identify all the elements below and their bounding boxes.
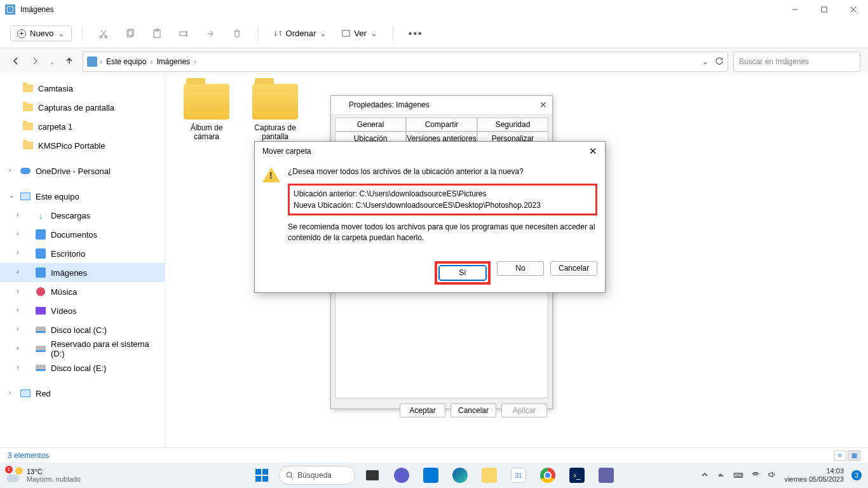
taskbar-app-calendar[interactable]: 31 xyxy=(506,465,531,485)
folder-item[interactable]: Álbum de cámara xyxy=(178,84,235,141)
expand-icon[interactable]: › xyxy=(17,363,18,370)
sidebar-item-disk-e[interactable]: Disco local (E:) xyxy=(0,358,165,377)
expand-icon[interactable]: › xyxy=(17,230,18,237)
ok-button[interactable]: Aceptar xyxy=(400,403,445,417)
breadcrumb-current[interactable]: Imágenes xyxy=(155,57,191,66)
forward-button[interactable] xyxy=(31,57,39,67)
taskbar-app[interactable] xyxy=(419,465,443,485)
taskbar: 1 13°C Mayorm. nublado Búsqueda 31 ›_ ⌨ … xyxy=(0,463,868,488)
expand-icon[interactable]: › xyxy=(17,287,18,294)
copy-icon[interactable] xyxy=(119,24,141,43)
wifi-icon[interactable] xyxy=(751,470,760,480)
no-button[interactable]: No xyxy=(497,261,544,276)
taskbar-app-edge[interactable] xyxy=(448,465,472,485)
date: viernes 05/05/2023 xyxy=(784,475,844,484)
sidebar-item-folder[interactable]: KMSPico Portable xyxy=(0,136,165,155)
sidebar-item-disk-d[interactable]: Reservado para el sistema (D:) xyxy=(0,339,165,358)
sidebar-label: Disco local (C:) xyxy=(51,325,107,335)
expand-icon[interactable]: › xyxy=(9,389,11,396)
new-button[interactable]: + Nuevo ⌄ xyxy=(10,25,72,41)
expand-icon[interactable]: › xyxy=(17,268,18,275)
taskbar-app-chrome[interactable] xyxy=(536,465,560,485)
previous-location: Ubicación anterior: C:\Users\downloadsou… xyxy=(294,188,592,200)
sidebar-label: Documentos xyxy=(51,230,97,240)
rename-icon[interactable] xyxy=(173,24,194,43)
maximize-button[interactable] xyxy=(810,0,839,19)
breadcrumb-root[interactable]: Este equipo xyxy=(105,57,147,66)
expand-icon[interactable]: › xyxy=(17,325,18,332)
onedrive-tray-icon[interactable] xyxy=(717,470,726,480)
search-input[interactable]: Buscar en Imágenes xyxy=(733,51,860,72)
folder-item[interactable]: Capturas de pantalla xyxy=(247,84,304,141)
expand-icon[interactable]: › xyxy=(9,166,11,173)
expand-icon[interactable]: › xyxy=(17,306,18,313)
sidebar-label: Capturas de pantalla xyxy=(38,103,114,112)
chevron-down-icon: ⌄ xyxy=(370,29,377,38)
tab-security[interactable]: Seguridad xyxy=(477,118,548,132)
sidebar-item-this-pc[interactable]: Este equipo xyxy=(0,187,165,206)
expand-icon[interactable]: › xyxy=(17,344,18,351)
address-bar[interactable]: › Este equipo › Imágenes › ⌄ xyxy=(83,51,728,72)
chevron-down-icon[interactable]: ⌄ xyxy=(50,58,55,65)
view-dropdown[interactable]: Ver ⌄ xyxy=(337,26,383,41)
chevron-down-icon[interactable]: ⌄ xyxy=(702,57,709,66)
sidebar-item-folder[interactable]: Capturas de pantalla xyxy=(0,98,165,117)
sidebar-item-videos[interactable]: Vídeos xyxy=(0,301,165,320)
notification-count[interactable]: 3 xyxy=(851,470,862,480)
taskbar-app[interactable] xyxy=(594,465,618,485)
delete-icon[interactable] xyxy=(226,24,248,43)
sidebar-item-onedrive[interactable]: OneDrive - Personal xyxy=(0,161,165,180)
sidebar-item-images[interactable]: Imágenes xyxy=(0,263,165,282)
tray-overflow-icon[interactable] xyxy=(700,470,709,480)
details-view-button[interactable]: ≡ xyxy=(834,451,846,461)
apply-button[interactable]: Aplicar xyxy=(501,403,547,417)
share-icon[interactable] xyxy=(200,24,221,43)
tab-share[interactable]: Compartir xyxy=(406,118,477,132)
close-icon[interactable]: ✕ xyxy=(589,146,597,157)
window-title: Imágenes xyxy=(20,5,54,14)
properties-title: Propiedades: Imágenes xyxy=(349,100,430,109)
svg-line-14 xyxy=(291,477,293,478)
sidebar-item-network[interactable]: Red xyxy=(0,384,165,403)
yes-button[interactable]: Sí xyxy=(439,266,486,280)
app-icon xyxy=(336,100,345,109)
sidebar-item-documents[interactable]: Documentos xyxy=(0,225,165,244)
volume-icon[interactable] xyxy=(768,470,776,480)
sidebar-item-folder[interactable]: carpeta 1 xyxy=(0,117,165,136)
sidebar-item-folder[interactable]: Camtasia xyxy=(0,79,165,98)
expand-icon[interactable]: › xyxy=(17,211,18,218)
sidebar-label: Reservado para el sistema (D:) xyxy=(51,339,165,358)
clock[interactable]: 14:03 viernes 05/05/2023 xyxy=(784,467,844,484)
taskbar-search[interactable]: Búsqueda xyxy=(279,466,355,485)
refresh-icon[interactable] xyxy=(715,57,724,67)
weather-widget[interactable]: 1 13°C Mayorm. nublado xyxy=(6,467,81,484)
taskbar-app-explorer[interactable] xyxy=(477,465,501,485)
close-button[interactable] xyxy=(839,0,868,19)
start-button[interactable] xyxy=(250,465,274,485)
language-icon[interactable]: ⌨ xyxy=(733,471,743,480)
close-icon[interactable]: ✕ xyxy=(539,100,547,110)
tab-general[interactable]: General xyxy=(335,118,406,132)
cancel-button[interactable]: Cancelar xyxy=(550,261,597,276)
move-recommendation: Se recomienda mover todos los archivos p… xyxy=(288,222,597,243)
back-button[interactable] xyxy=(11,57,20,67)
taskbar-app[interactable] xyxy=(390,465,414,485)
sidebar-item-downloads[interactable]: ↓Descargas xyxy=(0,206,165,225)
expand-icon[interactable]: › xyxy=(17,249,18,256)
sidebar-item-desktop[interactable]: Escritorio xyxy=(0,244,165,263)
cancel-button[interactable]: Cancelar xyxy=(451,403,496,417)
warning-icon xyxy=(262,167,280,185)
cut-icon[interactable] xyxy=(93,24,114,43)
download-icon: ↓ xyxy=(36,210,46,220)
sidebar-item-disk-c[interactable]: Disco local (C:) xyxy=(0,320,165,339)
collapse-icon[interactable]: ⌄ xyxy=(9,192,14,199)
more-button[interactable]: ••• xyxy=(403,28,428,39)
taskbar-app-terminal[interactable]: ›_ xyxy=(565,465,589,485)
sort-dropdown[interactable]: Ordenar ⌄ xyxy=(269,26,332,41)
tiles-view-button[interactable]: ▦ xyxy=(848,451,860,461)
up-button[interactable] xyxy=(65,57,74,67)
task-view-button[interactable] xyxy=(360,465,384,485)
sidebar-item-music[interactable]: Música xyxy=(0,282,165,301)
minimize-button[interactable] xyxy=(780,0,810,19)
paste-icon[interactable] xyxy=(146,24,168,43)
